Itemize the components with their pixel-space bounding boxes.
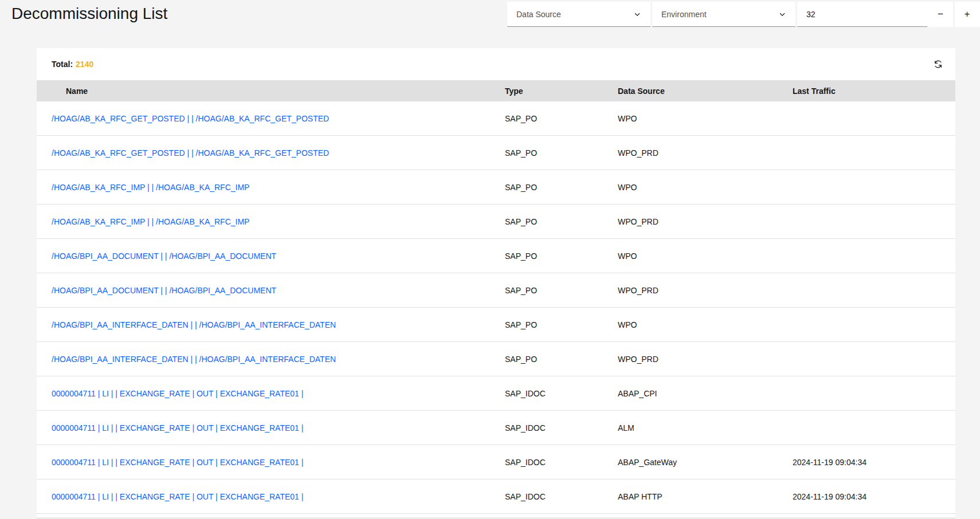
column-header-data-source: Data Source xyxy=(618,86,793,96)
row-type: SAP_IDOC xyxy=(505,458,618,467)
row-name-link[interactable]: /HOAG/BPI_AA_INTERFACE_DATEN | | /HOAG/B… xyxy=(52,355,336,364)
row-data-source: WPO_PRD xyxy=(618,148,793,158)
column-header-type: Type xyxy=(505,86,618,96)
total-count: Total:2140 xyxy=(52,60,93,69)
row-name-link[interactable]: /HOAG/AB_KA_RFC_GET_POSTED | | /HOAG/AB_… xyxy=(52,114,329,123)
chevron-down-icon xyxy=(778,10,786,18)
row-data-source: WPO xyxy=(618,183,793,192)
add-icon: + xyxy=(965,9,970,20)
row-type: SAP_PO xyxy=(505,286,618,295)
row-last-traffic: 2024-11-19 09:04:34 xyxy=(793,458,955,467)
table-body: /HOAG/AB_KA_RFC_GET_POSTED | | /HOAG/AB_… xyxy=(37,101,955,517)
row-data-source: WPO_PRD xyxy=(618,355,793,364)
subtract-icon: − xyxy=(938,9,943,20)
table-row: /HOAG/BPI_AA_DOCUMENT | | /HOAG/BPI_AA_D… xyxy=(37,239,955,273)
row-type: SAP_PO xyxy=(505,217,618,226)
total-value: 2140 xyxy=(76,60,93,69)
row-name-link[interactable]: 0000004711 | LI | | EXCHANGE_RATE | OUT … xyxy=(52,458,303,467)
row-name-link[interactable]: /HOAG/AB_KA_RFC_GET_POSTED | | /HOAG/AB_… xyxy=(52,148,329,158)
filter-controls: Data Source Environment 32 − + xyxy=(507,2,980,27)
table-row: 0000004711 | LI | | EXCHANGE_RATE | OUT … xyxy=(37,411,955,445)
row-data-source: ABAP_CPI xyxy=(618,389,793,398)
page-title: Decommissioning List xyxy=(0,0,167,23)
page-size-number-input: 32 − + xyxy=(797,2,980,27)
table-row: /HOAG/AB_KA_RFC_GET_POSTED | | /HOAG/AB_… xyxy=(37,101,955,136)
card-toolbar: Total:2140 xyxy=(37,48,955,80)
table-row: /HOAG/BPI_AA_INTERFACE_DATEN | | /HOAG/B… xyxy=(37,308,955,342)
column-header-name: Name xyxy=(37,86,505,96)
row-type: SAP_PO xyxy=(505,114,618,123)
row-data-source: WPO xyxy=(618,320,793,329)
environment-dropdown[interactable]: Environment xyxy=(652,2,795,27)
row-data-source: ABAP HTTP xyxy=(618,492,793,501)
refresh-button[interactable] xyxy=(929,55,947,73)
table-row: 0000004711 | LI | | EXCHANGE_RATE | OUT … xyxy=(37,376,955,411)
row-data-source: WPO xyxy=(618,251,793,261)
data-source-dropdown-label: Data Source xyxy=(516,10,561,19)
table-row: /HOAG/BPI_AA_INTERFACE_DATEN | | /HOAG/B… xyxy=(37,342,955,376)
row-type: SAP_IDOC xyxy=(505,389,618,398)
page-size-value[interactable]: 32 xyxy=(797,2,927,27)
top-bar: Decommissioning List Data Source Environ… xyxy=(0,0,980,48)
decommissioning-list-card: Total:2140 Name Type Data Source Last Tr… xyxy=(37,48,955,519)
row-data-source: WPO xyxy=(618,114,793,123)
table-header-row: Name Type Data Source Last Traffic xyxy=(37,80,955,101)
table-row: /HOAG/AB_KA_RFC_GET_POSTED | | /HOAG/AB_… xyxy=(37,136,955,170)
row-data-source: ALM xyxy=(618,423,793,433)
row-name-link[interactable]: /HOAG/AB_KA_RFC_IMP | | /HOAG/AB_KA_RFC_… xyxy=(52,183,249,192)
column-header-last-traffic: Last Traffic xyxy=(793,86,955,96)
total-label: Total: xyxy=(52,60,73,69)
row-type: SAP_PO xyxy=(505,251,618,261)
row-type: SAP_PO xyxy=(505,355,618,364)
row-name-link[interactable]: /HOAG/BPI_AA_DOCUMENT | | /HOAG/BPI_AA_D… xyxy=(52,251,276,261)
row-name-link[interactable]: 0000004711 | LI | | EXCHANGE_RATE | OUT … xyxy=(52,492,303,501)
table-row: 0000004711 | LI | | EXCHANGE_RATE | OUT … xyxy=(37,479,955,514)
row-data-source: WPO_PRD xyxy=(618,286,793,295)
row-data-source: WPO_PRD xyxy=(618,217,793,226)
renew-icon xyxy=(933,59,943,69)
increment-button[interactable]: + xyxy=(954,2,980,27)
table-row: /HOAG/AB_KA_RFC_IMP | | /HOAG/AB_KA_RFC_… xyxy=(37,170,955,205)
row-data-source: ABAP_GateWay xyxy=(618,458,793,467)
row-type: SAP_PO xyxy=(505,148,618,158)
row-name-link[interactable]: 0000004711 | LI | | EXCHANGE_RATE | OUT … xyxy=(52,423,303,433)
row-type: SAP_IDOC xyxy=(505,423,618,433)
row-name-link[interactable]: 0000004711 | LI | | EXCHANGE_RATE | OUT … xyxy=(52,389,303,398)
row-type: SAP_IDOC xyxy=(505,492,618,501)
row-type: SAP_PO xyxy=(505,183,618,192)
table-row: 0000004711 | LI | | EXCHANGE_RATE | OUT … xyxy=(37,445,955,479)
data-source-dropdown[interactable]: Data Source xyxy=(507,2,650,27)
table-row: /HOAG/AB_KA_RFC_IMP | | /HOAG/AB_KA_RFC_… xyxy=(37,205,955,239)
environment-dropdown-label: Environment xyxy=(661,10,707,19)
row-last-traffic: 2024-11-19 09:04:34 xyxy=(793,492,955,501)
chevron-down-icon xyxy=(633,10,641,18)
row-type: SAP_PO xyxy=(505,320,618,329)
row-name-link[interactable]: /HOAG/AB_KA_RFC_IMP | | /HOAG/AB_KA_RFC_… xyxy=(52,217,249,226)
row-name-link[interactable]: /HOAG/BPI_AA_INTERFACE_DATEN | | /HOAG/B… xyxy=(52,320,336,329)
table-row: /HOAG/BPI_AA_DOCUMENT | | /HOAG/BPI_AA_D… xyxy=(37,273,955,308)
row-name-link[interactable]: /HOAG/BPI_AA_DOCUMENT | | /HOAG/BPI_AA_D… xyxy=(52,286,276,295)
decrement-button[interactable]: − xyxy=(927,2,954,27)
